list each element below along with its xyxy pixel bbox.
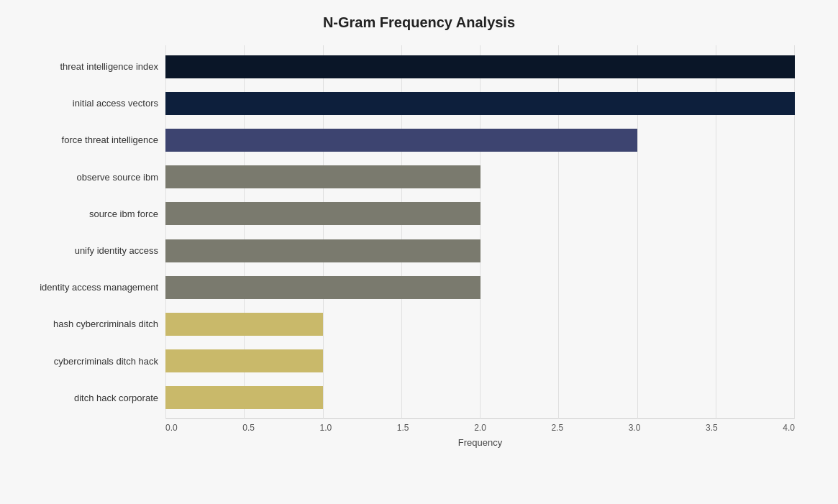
x-tick: 2.0	[474, 423, 486, 433]
bar-label: observe source ibm	[77, 172, 158, 183]
x-tick: 1.5	[397, 423, 409, 433]
bar-row: identity access management	[165, 272, 795, 303]
bar-label: hash cybercriminals ditch	[53, 319, 158, 329]
bar	[165, 276, 481, 299]
bar	[165, 313, 323, 336]
bar	[165, 55, 795, 78]
bar-label: ditch hack corporate	[74, 393, 158, 403]
bar-label: cybercriminals ditch hack	[54, 356, 158, 367]
bar-label: unify identity access	[75, 245, 158, 256]
bars-wrapper: threat intelligence indexinitial access …	[165, 45, 795, 419]
bar	[165, 386, 323, 409]
bar	[165, 239, 481, 262]
x-axis: 0.00.51.01.52.02.53.03.54.0 Frequency	[165, 419, 795, 448]
bar-label: threat intelligence index	[60, 61, 158, 72]
bar-row: source ibm force	[165, 198, 795, 229]
chart-container: N-Gram Frequency Analysis threat intelli…	[0, 0, 838, 504]
bar	[165, 129, 637, 152]
x-tick: 4.0	[783, 423, 795, 433]
bar-label: force threat intelligence	[62, 134, 158, 145]
bar-label: source ibm force	[89, 209, 158, 219]
x-tick: 2.5	[551, 423, 563, 433]
bar-row: cybercriminals ditch hack	[165, 345, 795, 377]
x-tick: 3.5	[706, 423, 718, 433]
bar	[165, 202, 481, 225]
x-axis-label: Frequency	[165, 437, 795, 448]
x-ticks: 0.00.51.01.52.02.53.03.54.0	[165, 419, 795, 433]
bar-row: force threat intelligence	[165, 124, 795, 156]
bar-row: observe source ibm	[165, 161, 795, 193]
x-tick: 1.0	[320, 423, 332, 433]
bar	[165, 92, 795, 115]
chart-title: N-Gram Frequency Analysis	[43, 14, 795, 31]
bar	[165, 165, 481, 188]
x-tick: 0.0	[165, 423, 178, 433]
bar-row: unify identity access	[165, 235, 795, 267]
bar	[165, 349, 323, 372]
bar-row: hash cybercriminals ditch	[165, 308, 795, 340]
bar-label: identity access management	[40, 282, 158, 293]
chart-area: threat intelligence indexinitial access …	[165, 45, 795, 448]
bar-label: initial access vectors	[73, 98, 158, 109]
x-tick: 0.5	[242, 423, 255, 433]
x-tick: 3.0	[629, 423, 641, 433]
bar-row: ditch hack corporate	[165, 382, 795, 413]
bar-row: initial access vectors	[165, 88, 795, 119]
bar-row: threat intelligence index	[165, 51, 795, 83]
